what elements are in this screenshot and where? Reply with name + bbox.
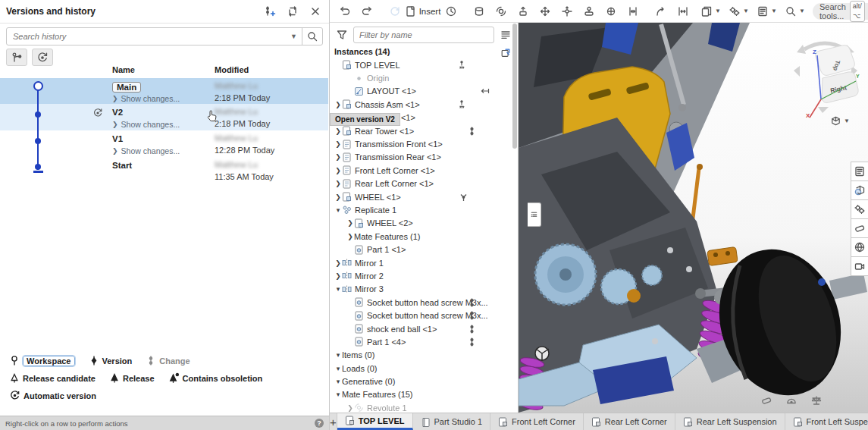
- compare-versions-icon[interactable]: [285, 4, 300, 19]
- pin-slot-mate-button[interactable]: [578, 2, 599, 20]
- history-row-v2[interactable]: V2❯Show changes...Matthew Lu2:18 PM Toda…: [0, 104, 328, 130]
- filter-auto-versions-button[interactable]: [32, 49, 53, 66]
- tab-rear-left-suspension[interactable]: Rear Left Suspension: [675, 413, 785, 430]
- redo-button[interactable]: [356, 2, 377, 20]
- viewport[interactable]: Top Right Z Y X ▼: [519, 23, 868, 413]
- filter-workspaces-button[interactable]: [6, 49, 27, 66]
- tree-item-shock-end-ball-1[interactable]: shock end ball <1>: [330, 322, 518, 335]
- filter-input[interactable]: [353, 27, 494, 43]
- chevron-right-icon[interactable]: ❯: [334, 140, 342, 148]
- appearance-panel-button[interactable]: [851, 180, 868, 200]
- tree-item-origin[interactable]: Origin: [330, 71, 518, 84]
- show-changes-link[interactable]: ❯Show changes...: [112, 146, 180, 155]
- measure-dropdown[interactable]: ▼: [785, 2, 805, 20]
- history-search-input[interactable]: [7, 32, 286, 41]
- chevron-down-icon[interactable]: ▾: [334, 285, 342, 293]
- tangent-mate-button[interactable]: [650, 2, 671, 20]
- undo-button[interactable]: [334, 2, 355, 20]
- chevron-right-icon[interactable]: ❯: [334, 272, 342, 280]
- ball-mate-button[interactable]: [600, 2, 621, 20]
- named-views-dropdown[interactable]: ▼: [700, 2, 721, 20]
- chevron-right-icon[interactable]: ❯: [346, 233, 354, 240]
- tree-item-items-0[interactable]: ▾Items (0): [330, 349, 518, 362]
- tree-item-mirror-2[interactable]: ❯Mirror 2: [330, 269, 518, 282]
- tree-item-wheel-2[interactable]: ❯WHEEL <2>: [330, 217, 518, 230]
- revolute-mate-button[interactable]: [490, 2, 511, 20]
- tree-item-mate-features-15[interactable]: ▾Mate Features (15): [330, 388, 518, 401]
- width-mate-button[interactable]: [672, 2, 693, 20]
- insert-button[interactable]: Insert: [412, 2, 433, 20]
- material-panel-button[interactable]: [851, 237, 868, 257]
- search-icon[interactable]: [302, 30, 322, 42]
- tree-item-chassis-asm-1[interactable]: ❯Chassis Asm <1>: [330, 98, 518, 111]
- configuration-panel-button[interactable]: [851, 199, 868, 219]
- tree-item-transmission-rear-1[interactable]: ❯Transmission Rear <1>: [330, 151, 518, 164]
- search-tools-button[interactable]: Search tools...alt/⌥c: [813, 3, 868, 20]
- tree-item-top-level[interactable]: TOP LEVEL: [330, 58, 518, 71]
- tree-item-socket-button-head-screw-m3x[interactable]: Socket button head screw M3x...: [330, 309, 518, 322]
- tree-item-mate-features-1[interactable]: ❯Mate Features (1): [330, 230, 518, 243]
- tab-part-studio-1[interactable]: Part Studio 1: [413, 413, 491, 430]
- chevron-down-icon[interactable]: ▾: [334, 206, 342, 214]
- tab-top-level[interactable]: TOP LEVEL: [337, 413, 413, 430]
- tree-item-mirror-3[interactable]: ▾Mirror 3: [330, 283, 518, 296]
- show-changes-link[interactable]: ❯Show changes...: [112, 120, 180, 129]
- chevron-down-icon[interactable]: ▾: [334, 365, 342, 372]
- chevron-right-icon[interactable]: ❯: [334, 193, 342, 201]
- close-icon[interactable]: [308, 4, 323, 19]
- tree-item-wheel-1[interactable]: ❯WHEEL <1>: [330, 190, 518, 203]
- show-changes-link[interactable]: ❯Show changes...: [112, 94, 180, 103]
- chevron-right-icon[interactable]: ❯: [334, 101, 342, 108]
- parallel-mate-button[interactable]: [622, 2, 643, 20]
- tree-item-layout-1[interactable]: LAYOUT <1>: [330, 85, 518, 98]
- tree-item-generative-0[interactable]: ▾Generative (0): [330, 375, 518, 388]
- section-view-button[interactable]: [759, 393, 774, 408]
- cylindrical-mate-button[interactable]: [556, 2, 577, 20]
- configurations-dropdown[interactable]: ▼: [729, 2, 749, 20]
- assembly-history-button[interactable]: [440, 2, 461, 20]
- slider-mate-button[interactable]: [512, 2, 533, 20]
- history-row-main[interactable]: Main❯Show changes...Matthew Lu2:18 PM To…: [0, 78, 328, 104]
- chevron-down-icon[interactable]: ▾: [334, 378, 342, 385]
- tree-item-revolute-1[interactable]: ❯Revolute 1: [330, 401, 518, 413]
- chevron-right-icon[interactable]: ❯: [346, 404, 354, 412]
- tab-rear-left-corner[interactable]: Rear Left Corner: [584, 413, 675, 430]
- chevron-down-icon[interactable]: ▼: [286, 33, 302, 40]
- mate-button[interactable]: [468, 2, 489, 20]
- chevron-right-icon[interactable]: ❯: [346, 219, 354, 227]
- create-version-icon[interactable]: [262, 4, 277, 19]
- render-panel-button[interactable]: [851, 256, 868, 276]
- feature-list-flyout-handle[interactable]: [528, 202, 541, 227]
- section-panel-button[interactable]: [851, 218, 868, 238]
- chevron-right-icon[interactable]: ❯: [334, 153, 342, 161]
- mass-properties-button[interactable]: [809, 393, 824, 408]
- bom-dropdown[interactable]: ▼: [757, 2, 777, 20]
- chevron-right-icon[interactable]: ❯: [334, 180, 342, 187]
- tab-front-left-suspension[interactable]: Front Left Suspension: [785, 413, 868, 430]
- chevron-right-icon[interactable]: ❯: [334, 167, 342, 174]
- planar-mate-button[interactable]: [534, 2, 555, 20]
- tree-item-rear-tower-1[interactable]: ❯Rear Tower <1>: [330, 124, 518, 137]
- history-row-start[interactable]: StartMatthew Lu11:35 AM Today: [0, 157, 328, 183]
- chevron-right-icon[interactable]: ❯: [334, 259, 342, 267]
- chevron-down-icon[interactable]: ▾: [334, 351, 342, 359]
- chevron-down-icon[interactable]: ▾: [334, 391, 342, 398]
- history-row-v1[interactable]: V1❯Show changes...Matthew Lu12:28 PM Tod…: [0, 130, 328, 157]
- tree-item-mirror-1[interactable]: ❯Mirror 1: [330, 256, 518, 269]
- tree-item-part-1-4[interactable]: Part 1 <4>: [330, 335, 518, 348]
- bom-panel-button[interactable]: [851, 162, 868, 181]
- tree-scrollbar[interactable]: [512, 24, 517, 149]
- filter-icon[interactable]: [334, 27, 349, 42]
- view-cube[interactable]: Top Right Z Y X: [791, 34, 860, 119]
- help-icon[interactable]: ?: [315, 419, 324, 428]
- tree-item-transmission-front-1[interactable]: ❯Transmission Front <1>: [330, 137, 518, 150]
- tree-item-socket-button-head-screw-m3x[interactable]: Socket button head screw M3x...: [330, 296, 518, 309]
- tab-front-left-corner[interactable]: Front Left Corner: [490, 413, 584, 430]
- update-references-button[interactable]: [384, 2, 405, 20]
- tree-item-replicate-1[interactable]: ▾Replicate 1: [330, 203, 518, 216]
- tree-item-front-left-corner-1[interactable]: ❯Front Left Corner <1>: [330, 164, 518, 177]
- tree-item-loads-0[interactable]: ▾Loads (0): [330, 362, 518, 375]
- measure-button[interactable]: [784, 393, 799, 408]
- tree-item-rear-left-corner-1[interactable]: ❯Rear Left Corner <1>: [330, 177, 518, 190]
- tree-item-part-1-1[interactable]: Part 1 <1>: [330, 243, 518, 256]
